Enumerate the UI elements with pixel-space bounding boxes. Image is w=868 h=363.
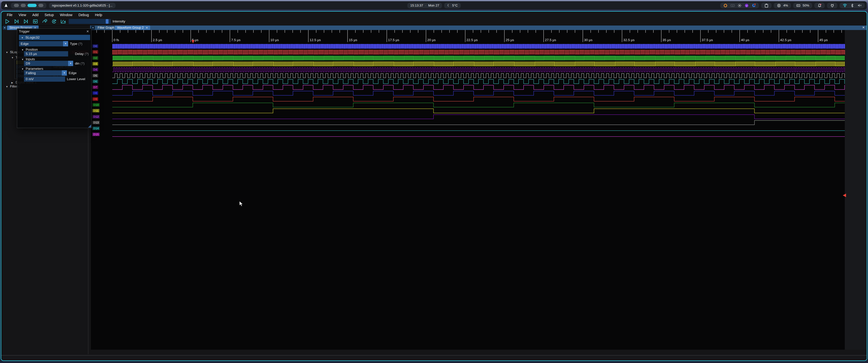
- v-app-icon[interactable]: V: [744, 3, 749, 8]
- power-widget[interactable]: [827, 3, 837, 8]
- edge-direction-combo[interactable]: Falling: [24, 70, 62, 76]
- chevron-down-icon: ▼: [21, 35, 25, 41]
- refresh-sync-button[interactable]: [51, 19, 57, 25]
- status-bar: [1, 356, 867, 361]
- screen-record-icon[interactable]: [737, 3, 742, 8]
- force-trigger-button[interactable]: [23, 19, 29, 25]
- tab-waveform-group-2[interactable]: Waveform Group 2 ✕: [115, 26, 150, 30]
- notifications-widget[interactable]: [814, 3, 825, 8]
- tab-label: Filter Graph: [98, 26, 114, 30]
- delay-label: Delay (?): [75, 51, 89, 57]
- wifi-icon: [842, 3, 847, 8]
- din-label: din (?): [75, 61, 85, 66]
- tray-app-ring-icon[interactable]: [723, 3, 728, 8]
- cpu-percent: 4%: [783, 3, 788, 7]
- trigger-type-combo[interactable]: Edge: [19, 41, 63, 46]
- lower-level-input[interactable]: 0 mV: [24, 76, 65, 82]
- close-icon[interactable]: ✕: [862, 26, 865, 29]
- waveform-plot[interactable]: [91, 30, 867, 350]
- workspace-dot[interactable]: [14, 4, 19, 7]
- trigger-level-arrow[interactable]: [843, 194, 846, 197]
- active-window-title: ngscopeclient v0.1.1-320-gd9a2d025 - [..…: [49, 3, 116, 8]
- position-section[interactable]: ▼ Position: [22, 47, 38, 52]
- system-tray[interactable]: V: [720, 3, 759, 8]
- close-icon[interactable]: ✕: [146, 26, 148, 30]
- menu-add[interactable]: Add: [29, 13, 42, 17]
- chevron-down-icon[interactable]: ▼: [11, 57, 14, 59]
- keyboard-layout-icon[interactable]: [730, 3, 735, 8]
- tab-label: Waveform Group 2: [117, 26, 144, 30]
- workspace-dot[interactable]: [38, 4, 43, 7]
- single-trigger-button[interactable]: [13, 19, 20, 25]
- trigger-properties-button[interactable]: [60, 19, 67, 25]
- trigger-dialog[interactable]: Trigger ✕ ▼ SLogic32 Edge ▼ Type (?) ▼ P…: [17, 29, 92, 128]
- resize-grip[interactable]: [88, 125, 91, 128]
- slogic32-collapsing-header[interactable]: ▼ SLogic32: [19, 35, 90, 40]
- swirl-app-icon[interactable]: [751, 3, 756, 8]
- edge-label: Edge: [69, 70, 77, 76]
- combo-value: D9: [26, 62, 30, 65]
- weather-widget[interactable]: ☾ 5°C: [444, 3, 461, 8]
- parameters-section[interactable]: ▼ Parameters: [22, 67, 43, 71]
- chevron-down-icon: ▼: [22, 48, 25, 51]
- chevron-down-icon: ▼: [22, 58, 25, 61]
- menu-view[interactable]: View: [16, 13, 29, 17]
- bluetooth-icon: [850, 3, 855, 8]
- chevron-down-icon[interactable]: ▼: [6, 86, 9, 88]
- intensity-label: Intensity: [113, 20, 125, 23]
- toolbar: Intensity: [1, 18, 867, 25]
- waveform-tabbar: ▼ Filter Graph Waveform Group 2 ✕ ✕: [90, 26, 867, 30]
- clock-widget[interactable]: 15:13:37 · Mon 27: [407, 3, 442, 8]
- window-title-text: ngscopeclient v0.1.1-320-gd9a2d025 - [..…: [52, 3, 113, 7]
- bell-icon: [817, 3, 822, 8]
- waveform-view-button[interactable]: [32, 19, 39, 25]
- clipboard-icon: [764, 3, 769, 8]
- weather-temp: 5°C: [452, 3, 458, 7]
- inputs-section[interactable]: ▼ Inputs: [22, 57, 35, 61]
- desktop-wallpaper: ngscopeclient v0.1.1-320-gd9a2d025 - [..…: [0, 0, 868, 363]
- workspace-dot-active[interactable]: [28, 4, 37, 7]
- chevron-down-icon[interactable]: ▼: [68, 61, 73, 66]
- chevron-down-icon[interactable]: ▼: [6, 51, 9, 54]
- header-label: SLogic32: [26, 36, 40, 39]
- menu-file[interactable]: File: [4, 13, 16, 17]
- clipboard-widget[interactable]: [761, 3, 772, 8]
- dock-menu-icon[interactable]: ▼: [91, 26, 95, 30]
- arch-logo-icon: [4, 3, 8, 8]
- menu-window[interactable]: Window: [57, 13, 75, 17]
- trigger-delay-input[interactable]: 5.15 µs: [24, 51, 68, 57]
- plug-icon: [830, 3, 834, 8]
- clock-time: 15:13:37: [410, 3, 423, 7]
- chevron-down-icon: ▼: [22, 68, 25, 70]
- connectivity-widget[interactable]: [839, 3, 865, 8]
- top-status-bar: ngscopeclient v0.1.1-320-gd9a2d025 - [..…: [1, 1, 867, 9]
- intensity-slider-handle[interactable]: [106, 19, 108, 24]
- menu-setup[interactable]: Setup: [42, 13, 57, 17]
- memory-icon: [796, 3, 801, 8]
- memory-widget[interactable]: 50%: [793, 3, 812, 8]
- tab-filter-graph[interactable]: Filter Graph: [95, 26, 117, 30]
- volume-muted-icon: [857, 3, 862, 8]
- workspace-dot[interactable]: [21, 4, 26, 7]
- chevron-down-icon[interactable]: ▼: [63, 41, 68, 46]
- combo-value: Falling: [26, 71, 36, 75]
- input-value: 0 mV: [26, 77, 34, 81]
- cpu-widget[interactable]: 4%: [774, 3, 791, 8]
- close-icon[interactable]: ✕: [86, 30, 89, 33]
- clock-date: Mon 27: [428, 3, 439, 7]
- play-button[interactable]: [4, 19, 10, 25]
- window-menu-icon[interactable]: ▼: [3, 26, 6, 30]
- menu-help[interactable]: Help: [92, 13, 105, 17]
- chevron-down-icon[interactable]: ▼: [62, 70, 67, 76]
- moon-icon: ☾: [447, 3, 450, 7]
- history-button[interactable]: [41, 19, 48, 25]
- lower-level-label: Lower Level: [67, 76, 85, 82]
- trigger-input-combo[interactable]: D9: [24, 61, 68, 66]
- menu-debug[interactable]: Debug: [75, 13, 92, 17]
- clock-separator: ·: [425, 3, 426, 7]
- intensity-slider[interactable]: [69, 19, 111, 24]
- chevron-right-icon[interactable]: ▶: [11, 81, 14, 84]
- workspace-switcher[interactable]: [11, 3, 46, 8]
- dialog-title[interactable]: Trigger: [19, 30, 30, 33]
- cpu-icon: [777, 3, 781, 8]
